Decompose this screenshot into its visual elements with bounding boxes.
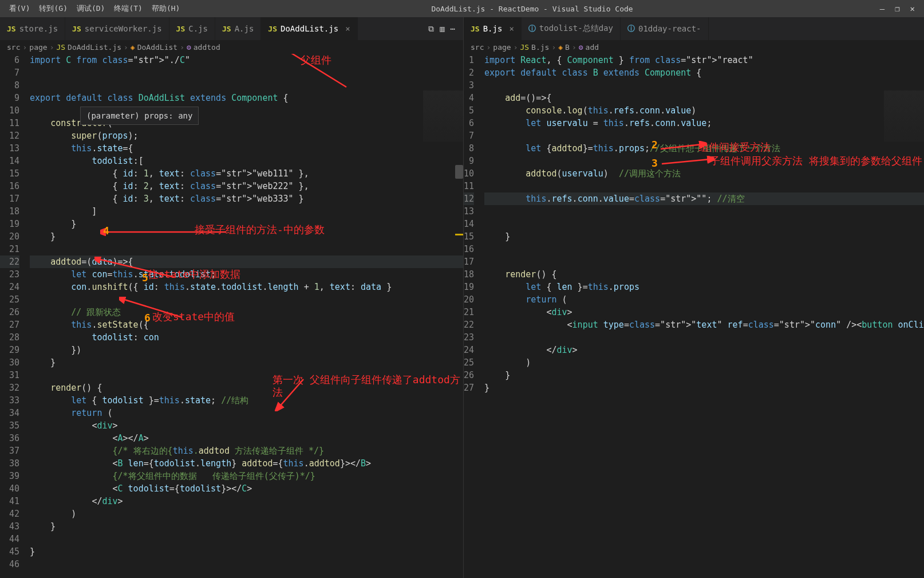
tabs-right: JSB.js× ⓘtodolist-总结day ⓘ01dday-react- <box>464 17 924 40</box>
split-view: JSstore.js JSserviceWorker.js JSC.js JSA… <box>0 17 924 578</box>
parameter-hint: (parameter) props: any <box>80 107 199 125</box>
tab-serviceworker[interactable]: JSserviceWorker.js <box>65 17 169 40</box>
gutter: 6789101112131415161718192021222324252627… <box>0 54 30 578</box>
tab-01dday[interactable]: ⓘ01dday-react- <box>621 17 709 40</box>
breadcrumb[interactable]: src› page› JS B.js› ◈ B› ⚙ add <box>464 40 924 54</box>
tab-doaddlist[interactable]: JSDoAddList.js× <box>261 17 357 40</box>
annot-num-6: 6 <box>144 312 151 324</box>
js-icon: JS <box>471 25 480 33</box>
breadcrumb[interactable]: src› page› JS DoAddList.js› ◈ DoAddList›… <box>0 40 463 54</box>
annot-num-3: 3 <box>651 157 658 170</box>
menu-goto[interactable]: 转到(G) <box>34 1 72 16</box>
minimize-icon[interactable]: — <box>880 4 884 13</box>
code-area[interactable]: import C from class="str">"./C" export d… <box>30 54 463 578</box>
md-icon: ⓘ <box>528 23 536 34</box>
close-icon[interactable]: × <box>345 24 350 33</box>
tab-todolist[interactable]: ⓘtodolist-总结day <box>522 17 621 40</box>
tab-b[interactable]: JSB.js× <box>464 17 522 40</box>
compare-icon[interactable]: ⧉ <box>428 24 434 34</box>
editor-pane-right: JSB.js× ⓘtodolist-总结day ⓘ01dday-react- s… <box>464 17 924 578</box>
tab-c[interactable]: JSC.js <box>169 17 215 40</box>
menu-terminal[interactable]: 终端(T) <box>109 1 147 16</box>
close-icon[interactable]: ✕ <box>910 4 915 13</box>
editor-pane-left: JSstore.js JSserviceWorker.js JSC.js JSA… <box>0 17 464 578</box>
js-icon: JS <box>7 25 16 33</box>
titlebar: 看(V) 转到(G) 调试(D) 终端(T) 帮助(H) DoAddList.j… <box>0 0 924 17</box>
split-icon[interactable]: ▥ <box>440 24 444 34</box>
js-icon: JS <box>72 25 81 33</box>
code-area[interactable]: import React, { Component } from class="… <box>484 54 924 578</box>
gutter: 1234567891011121314151617181920212223242… <box>464 54 484 578</box>
minimap[interactable] <box>884 91 924 142</box>
menubar: 看(V) 转到(G) 调试(D) 终端(T) 帮助(H) <box>5 1 184 16</box>
tabs-left: JSstore.js JSserviceWorker.js JSC.js JSA… <box>0 17 463 40</box>
annot-num-4: 4 <box>103 225 109 237</box>
more-icon[interactable]: ⋯ <box>451 24 455 34</box>
maximize-icon[interactable]: ❐ <box>895 4 899 13</box>
js-icon: JS <box>268 25 277 33</box>
js-icon: JS <box>176 25 185 33</box>
menu-debug[interactable]: 调试(D) <box>72 1 109 16</box>
editor-right[interactable]: 1234567891011121314151617181920212223242… <box>464 54 924 578</box>
tab-actions-left: ⧉ ▥ ⋯ <box>428 24 463 34</box>
tab-a[interactable]: JSA.js <box>215 17 261 40</box>
window-title: DoAddList.js - ReactDemo - Visual Studio… <box>184 5 879 13</box>
js-icon: JS <box>222 25 231 33</box>
window-controls: — ❐ ✕ <box>880 4 919 13</box>
close-icon[interactable]: × <box>509 24 514 33</box>
menu-help[interactable]: 帮助(H) <box>147 1 184 16</box>
scrollbar[interactable] <box>455 91 463 578</box>
annot-num-2: 2 <box>651 139 658 151</box>
md-icon: ⓘ <box>627 23 635 34</box>
editor-left[interactable]: 6789101112131415161718192021222324252627… <box>0 54 463 578</box>
tab-store[interactable]: JSstore.js <box>0 17 65 40</box>
annot-num-5: 5 <box>142 272 148 284</box>
menu-view[interactable]: 看(V) <box>5 1 34 16</box>
